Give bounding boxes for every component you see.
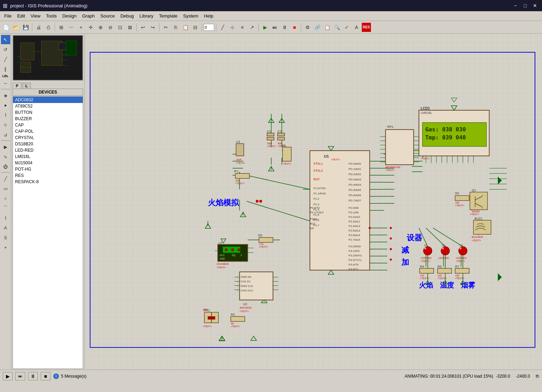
flip-tool[interactable]: ↔ xyxy=(1,78,10,88)
text-tool[interactable]: A xyxy=(1,223,10,232)
bus-entry[interactable]: ↗ xyxy=(248,23,257,32)
2d-circle-tool[interactable]: ○ xyxy=(1,194,10,203)
device-item-ds18b20[interactable]: DS18B20 xyxy=(13,141,83,147)
undo-button[interactable]: ↩ xyxy=(138,23,148,32)
sim-play[interactable]: ▶ xyxy=(260,23,270,32)
annotate-btn[interactable]: A xyxy=(352,23,361,32)
minimize-button[interactable]: − xyxy=(511,1,520,10)
menu-source[interactable]: Source xyxy=(97,12,117,20)
print-button[interactable]: 🖨 xyxy=(34,23,43,32)
device-item-cap[interactable]: CAP xyxy=(13,122,83,128)
zoom-in-button[interactable]: ⊕ xyxy=(96,23,105,32)
stop-button[interactable]: ■ xyxy=(41,372,50,380)
menu-template[interactable]: Template xyxy=(156,12,181,20)
menu-help[interactable]: Help xyxy=(201,12,216,20)
property-btn[interactable]: ⚙ xyxy=(303,23,312,32)
redo-button[interactable]: ↪ xyxy=(148,23,157,32)
menu-debug[interactable]: Debug xyxy=(117,12,136,20)
sim-stop[interactable]: ■ xyxy=(290,23,299,32)
device-item-respack8[interactable]: RESPACK-8 xyxy=(13,179,83,185)
label-tool[interactable]: LBL xyxy=(2,74,9,78)
virtual-tool[interactable]: ⊿ xyxy=(1,130,10,139)
tape-tool[interactable]: ▶ xyxy=(1,142,10,151)
device-item-res[interactable]: RES xyxy=(13,172,83,179)
res-indicator: RES xyxy=(362,23,371,32)
cut-button[interactable]: ✂ xyxy=(161,23,170,32)
tab-L[interactable]: L xyxy=(22,83,31,89)
close-button[interactable]: ✕ xyxy=(531,1,539,10)
menu-system[interactable]: System xyxy=(180,12,201,20)
wire-tool[interactable]: ╱ xyxy=(218,23,227,32)
pan-button[interactable]: ✛ xyxy=(86,23,95,32)
device-item-mj15004[interactable]: MJ15004 xyxy=(13,160,83,166)
zoom-input[interactable] xyxy=(204,24,214,31)
rotate-tool[interactable]: ↺ xyxy=(1,45,10,54)
zoom-all-button[interactable]: ⊡ xyxy=(116,23,125,32)
device-item-cappol[interactable]: CAP-POL xyxy=(13,128,83,135)
power-tool[interactable]: ⌇ xyxy=(1,110,10,119)
2d-arc-tool[interactable]: ⌒ xyxy=(1,204,10,213)
copy-button[interactable]: ⎘ xyxy=(171,23,180,32)
search-btn[interactable]: 🔍 xyxy=(332,23,341,32)
bom-btn[interactable]: 📋 xyxy=(323,23,332,32)
device-item-adc0832[interactable]: ADC0832 xyxy=(13,97,83,103)
svg-text:<TEXT>: <TEXT> xyxy=(217,266,226,269)
zoom-sel-button[interactable]: ⊠ xyxy=(126,23,135,32)
device-item-button[interactable]: BUTTON xyxy=(13,109,83,116)
junction-tool[interactable]: ● xyxy=(1,101,10,110)
device-item-lm016l[interactable]: LM016L xyxy=(13,153,83,160)
probe-tool[interactable]: ⊹ xyxy=(1,120,10,129)
netlist-btn[interactable]: 🔗 xyxy=(313,23,322,32)
symbol-tool[interactable]: S xyxy=(1,233,10,242)
device-list[interactable]: ADC0832 AT89C52 BUTTON BUZZER CAP CAP-PO… xyxy=(13,96,83,369)
device-item-ledred[interactable]: LED-RED xyxy=(13,147,83,153)
menu-tools[interactable]: Tools xyxy=(43,12,59,20)
menu-graph[interactable]: Graph xyxy=(79,12,97,20)
select-tool[interactable]: ↖ xyxy=(1,35,10,44)
save-button[interactable]: 💾 xyxy=(21,23,30,32)
canvas-area[interactable]: U1 XTAL1 XTAL2 RST P1.0/TXD P1.1/RXD P1.… xyxy=(85,34,542,370)
comp-tool[interactable]: ◈ xyxy=(1,91,10,100)
drc-btn[interactable]: ✓ xyxy=(342,23,351,32)
print-prev-button[interactable]: ⎙ xyxy=(44,23,53,32)
grid-button[interactable]: ⊞ xyxy=(57,23,66,32)
paste-button[interactable]: 📋 xyxy=(181,23,190,32)
net-label[interactable]: ⊹ xyxy=(228,23,237,32)
device-item-at89c52[interactable]: AT89C52 xyxy=(13,103,83,109)
maximize-button[interactable]: □ xyxy=(521,1,529,10)
menu-edit[interactable]: Edit xyxy=(14,12,28,20)
menu-view[interactable]: View xyxy=(28,12,43,20)
open-button[interactable]: 📂 xyxy=(11,23,20,32)
dot-grid-button[interactable]: ⋯ xyxy=(67,23,76,32)
titlebar-controls[interactable]: − □ ✕ xyxy=(511,1,539,10)
step-button[interactable]: ⏭ xyxy=(15,372,25,380)
device-item-crystal[interactable]: CRYSTAL xyxy=(13,135,83,141)
sim-pause[interactable]: ⏸ xyxy=(280,23,289,32)
device-item-pothg[interactable]: POT-HG xyxy=(13,166,83,172)
new-button[interactable]: 📄 xyxy=(1,23,11,32)
wire-tool-lt[interactable]: ╱ xyxy=(1,55,10,64)
svg-text:<TEXT>: <TEXT> xyxy=(267,145,276,147)
menu-library[interactable]: Library xyxy=(137,12,156,20)
svg-rect-235 xyxy=(259,238,273,242)
device-item-buzzer[interactable]: BUZZER xyxy=(13,116,83,122)
menu-file[interactable]: File xyxy=(1,12,14,20)
pause-button[interactable]: ⏸ xyxy=(28,372,38,380)
crosshair-button[interactable]: + xyxy=(76,23,86,32)
2d-line-tool[interactable]: ╱ xyxy=(1,174,10,183)
sep4 xyxy=(159,23,160,32)
sep1 xyxy=(32,23,32,32)
zoom-out-button[interactable]: ⊖ xyxy=(106,23,115,32)
2d-path-tool[interactable]: ⌇ xyxy=(1,213,10,222)
origin-tool[interactable]: + xyxy=(1,243,10,252)
play-button[interactable]: ▶ xyxy=(3,372,13,380)
graph-tool[interactable]: ∿ xyxy=(1,152,10,161)
bus-tool-lt[interactable]: ∥ xyxy=(1,64,10,74)
battery-tool[interactable]: ⏻ xyxy=(1,162,10,171)
block-copy-button[interactable]: ⊟ xyxy=(191,23,200,32)
sim-step[interactable]: ⏭ xyxy=(270,23,279,32)
tab-P[interactable]: P xyxy=(13,83,21,89)
2d-rect-tool[interactable]: ▭ xyxy=(1,184,10,193)
bus-tool[interactable]: ≡ xyxy=(238,23,247,32)
menu-design[interactable]: Design xyxy=(60,12,79,20)
